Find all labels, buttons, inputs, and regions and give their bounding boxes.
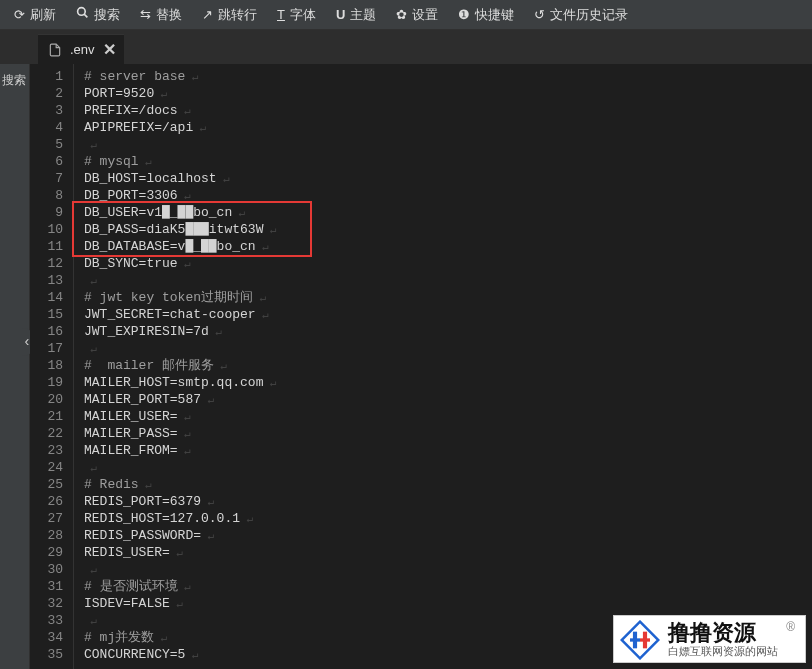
history-label: 文件历史记录 [550, 0, 628, 30]
code-line[interactable]: # mysql ↵ [84, 153, 812, 170]
line-number: 28 [30, 527, 73, 544]
code-line[interactable]: MAILER_PASS= ↵ [84, 425, 812, 442]
code-line[interactable]: APIPREFIX=/api ↵ [84, 119, 812, 136]
code-line[interactable]: MAILER_PORT=587 ↵ [84, 391, 812, 408]
font-label: 字体 [290, 0, 316, 30]
code-line[interactable]: REDIS_PASSWORD= ↵ [84, 527, 812, 544]
line-number: 10 [30, 221, 73, 238]
code-line[interactable]: # 是否测试环境 ↵ [84, 578, 812, 595]
line-number: 34 [30, 629, 73, 646]
goto-line-icon: ↗ [202, 0, 213, 30]
code-line[interactable]: ↵ [84, 272, 812, 289]
line-number: 22 [30, 425, 73, 442]
svg-line-1 [84, 14, 87, 17]
shortcuts-label: 快捷键 [475, 0, 514, 30]
code-line[interactable]: PORT=9520 ↵ [84, 85, 812, 102]
code-line[interactable]: REDIS_PORT=6379 ↵ [84, 493, 812, 510]
file-icon [48, 43, 62, 57]
code-line[interactable]: ISDEV=FALSE ↵ [84, 595, 812, 612]
code-line[interactable]: REDIS_USER= ↵ [84, 544, 812, 561]
code-line[interactable]: DB_PORT=3306 ↵ [84, 187, 812, 204]
line-number: 27 [30, 510, 73, 527]
line-number: 29 [30, 544, 73, 561]
watermark-subtitle: 白嫖互联网资源的网站 [668, 644, 778, 659]
refresh-label: 刷新 [30, 0, 56, 30]
code-body[interactable]: # server base ↵PORT=9520 ↵PREFIX=/docs ↵… [74, 64, 812, 669]
code-line[interactable]: # Redis ↵ [84, 476, 812, 493]
shortcuts-icon: ❶ [458, 0, 470, 30]
left-search-label[interactable]: 搜索 [0, 68, 28, 93]
tab-env[interactable]: .env ✕ [38, 34, 124, 64]
code-line[interactable]: PREFIX=/docs ↵ [84, 102, 812, 119]
replace-button[interactable]: ⇆ 替换 [130, 0, 192, 30]
tab-bar: .env ✕ [0, 30, 812, 64]
line-number: 5 [30, 136, 73, 153]
theme-label: 主题 [350, 0, 376, 30]
history-icon: ↺ [534, 0, 545, 30]
search-button[interactable]: 搜索 [66, 0, 130, 30]
code-line[interactable]: DB_HOST=localhost ↵ [84, 170, 812, 187]
line-number: 9 [30, 204, 73, 221]
code-line[interactable]: ↵ [84, 459, 812, 476]
line-number: 33 [30, 612, 73, 629]
theme-icon: U [336, 0, 345, 30]
theme-button[interactable]: U 主题 [326, 0, 386, 30]
code-line[interactable]: # mailer 邮件服务 ↵ [84, 357, 812, 374]
replace-icon: ⇆ [140, 0, 151, 30]
refresh-icon: ⟳ [14, 0, 25, 30]
svg-point-0 [78, 7, 86, 15]
line-number: 11 [30, 238, 73, 255]
line-number: 24 [30, 459, 73, 476]
line-number: 19 [30, 374, 73, 391]
line-number: 20 [30, 391, 73, 408]
code-line[interactable]: # server base ↵ [84, 68, 812, 85]
search-icon [76, 0, 89, 30]
code-line[interactable]: DB_PASS=diaK5███itwt63W ↵ [84, 221, 812, 238]
line-number: 4 [30, 119, 73, 136]
watermark-title: 撸撸资源 [668, 622, 778, 644]
code-line[interactable]: MAILER_USER= ↵ [84, 408, 812, 425]
watermark: 撸撸资源 白嫖互联网资源的网站 ® [613, 615, 806, 663]
close-icon[interactable]: ✕ [103, 40, 116, 59]
code-editor[interactable]: 1234567891011121314151617181920212223242… [30, 64, 812, 669]
left-column [0, 64, 30, 669]
code-line[interactable]: JWT_SECRET=chat-cooper ↵ [84, 306, 812, 323]
registered-icon: ® [786, 620, 795, 634]
line-number: 35 [30, 646, 73, 663]
line-number: 26 [30, 493, 73, 510]
code-line[interactable]: MAILER_FROM= ↵ [84, 442, 812, 459]
goto-line-label: 跳转行 [218, 0, 257, 30]
settings-button[interactable]: ✿ 设置 [386, 0, 448, 30]
code-line[interactable]: DB_SYNC=true ↵ [84, 255, 812, 272]
code-line[interactable]: DB_USER=v1█_██bo_cn ↵ [84, 204, 812, 221]
line-number: 30 [30, 561, 73, 578]
line-number: 16 [30, 323, 73, 340]
history-button[interactable]: ↺ 文件历史记录 [524, 0, 638, 30]
code-line[interactable]: ↵ [84, 136, 812, 153]
shortcuts-button[interactable]: ❶ 快捷键 [448, 0, 524, 30]
refresh-button[interactable]: ⟳ 刷新 [4, 0, 66, 30]
code-line[interactable]: DB_DATABASE=v█_██bo_cn ↵ [84, 238, 812, 255]
search-label: 搜索 [94, 0, 120, 30]
code-line[interactable]: JWT_EXPIRESIN=7d ↵ [84, 323, 812, 340]
line-number: 1 [30, 68, 73, 85]
line-number: 25 [30, 476, 73, 493]
gear-icon: ✿ [396, 0, 407, 30]
code-line[interactable]: REDIS_HOST=127.0.0.1 ↵ [84, 510, 812, 527]
line-number: 21 [30, 408, 73, 425]
replace-label: 替换 [156, 0, 182, 30]
line-number: 13 [30, 272, 73, 289]
font-icon: T [277, 0, 285, 30]
line-number: 18 [30, 357, 73, 374]
code-line[interactable]: # jwt key token过期时间 ↵ [84, 289, 812, 306]
line-number: 23 [30, 442, 73, 459]
watermark-text: 撸撸资源 白嫖互联网资源的网站 [668, 622, 778, 659]
line-gutter: 1234567891011121314151617181920212223242… [30, 64, 74, 669]
line-number: 6 [30, 153, 73, 170]
code-line[interactable]: ↵ [84, 340, 812, 357]
goto-line-button[interactable]: ↗ 跳转行 [192, 0, 267, 30]
code-line[interactable]: MAILER_HOST=smtp.qq.com ↵ [84, 374, 812, 391]
settings-label: 设置 [412, 0, 438, 30]
font-button[interactable]: T 字体 [267, 0, 326, 30]
code-line[interactable]: ↵ [84, 561, 812, 578]
